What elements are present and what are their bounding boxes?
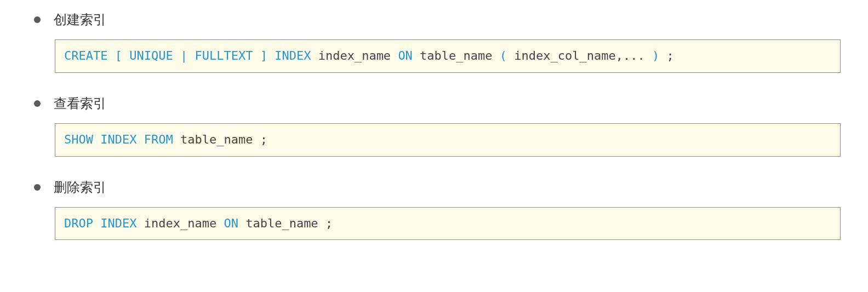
keyword-drop: DROP <box>64 216 93 230</box>
text-table-name: table_name ; <box>173 133 267 146</box>
symbol-paren-open: ( <box>500 49 507 62</box>
symbol-bracket-close: ] <box>253 49 275 62</box>
keyword-from: FROM <box>144 133 173 146</box>
keyword-index: INDEX <box>275 49 311 62</box>
text-index-name: index_name <box>136 216 224 230</box>
symbol-pipe: | <box>173 49 195 62</box>
keyword-fulltext: FULLTEXT <box>195 49 253 62</box>
spacer <box>93 216 100 230</box>
heading-text: 删除索引 <box>54 179 106 196</box>
code-block-drop-index: DROP INDEX index_name ON table_name ; <box>55 207 841 241</box>
bullet-icon <box>34 100 41 107</box>
code-block-create-index: CREATE [ UNIQUE | FULLTEXT ] INDEX index… <box>55 39 841 73</box>
symbol-bracket-open: [ <box>107 49 129 62</box>
keyword-unique: UNIQUE <box>129 49 173 62</box>
section-drop-index: 删除索引 DROP INDEX index_name ON table_name… <box>27 179 841 241</box>
heading-text: 创建索引 <box>54 11 106 28</box>
section-show-index: 查看索引 SHOW INDEX FROM table_name ; <box>27 95 841 157</box>
bullet-icon <box>34 184 41 191</box>
text-index-name: index_name <box>311 49 398 62</box>
keyword-on: ON <box>398 49 413 62</box>
symbol-paren-close: ) <box>652 49 659 62</box>
section-create-index: 创建索引 CREATE [ UNIQUE | FULLTEXT ] INDEX … <box>27 11 841 73</box>
text-table-name: table_name ; <box>238 216 333 230</box>
heading-drop-index: 删除索引 <box>34 179 841 196</box>
heading-show-index: 查看索引 <box>34 95 841 112</box>
keyword-index: INDEX <box>100 216 136 230</box>
heading-create-index: 创建索引 <box>34 11 841 28</box>
text-col-name: index_col_name,... <box>507 49 652 62</box>
text-table-name: table_name <box>413 49 500 62</box>
keyword-on: ON <box>224 216 238 230</box>
text-semicolon: ; <box>659 49 674 62</box>
keyword-create: CREATE <box>64 49 107 62</box>
spacer <box>93 133 100 146</box>
keyword-index: INDEX <box>100 133 136 146</box>
code-block-show-index: SHOW INDEX FROM table_name ; <box>55 123 841 157</box>
heading-text: 查看索引 <box>54 95 106 112</box>
keyword-show: SHOW <box>64 133 93 146</box>
bullet-icon <box>34 16 41 23</box>
spacer <box>136 133 144 146</box>
